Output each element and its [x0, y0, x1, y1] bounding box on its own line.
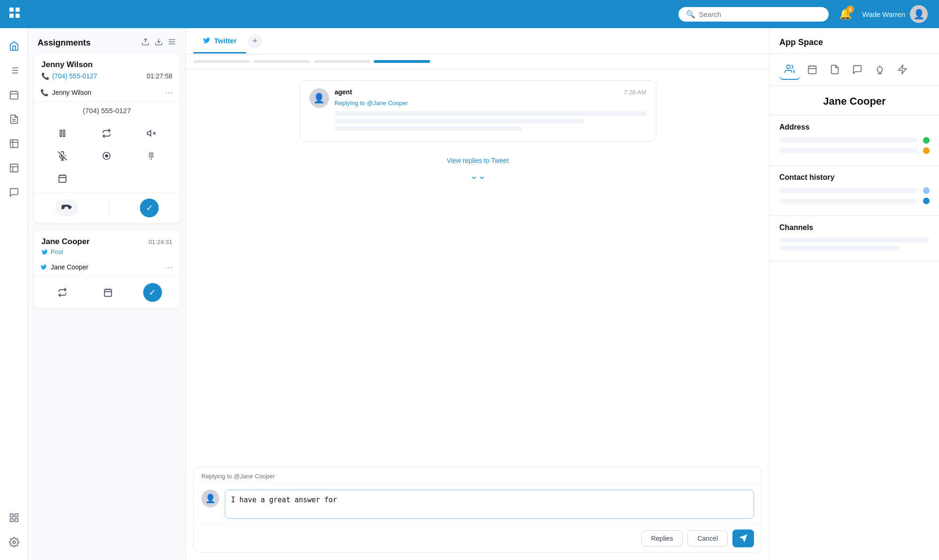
app-space-icon-documents[interactable] [824, 59, 845, 80]
jane-timer: 01:24:31 [148, 238, 172, 245]
replies-button[interactable]: Replies [641, 530, 683, 546]
search-input[interactable] [699, 10, 821, 18]
sidebar-item-reports[interactable] [4, 158, 24, 178]
segment-4 [374, 60, 430, 63]
app-space-icon-contacts[interactable] [779, 59, 800, 80]
send-button[interactable] [732, 529, 754, 547]
history-dot-2 [923, 198, 930, 204]
jenny-phone[interactable]: 📞 (704) 555-0127 [41, 72, 97, 80]
end-call-button[interactable] [55, 199, 78, 216]
dialpad-button[interactable] [130, 146, 172, 166]
search-bar[interactable]: 🔍 [678, 7, 829, 22]
schedule-button[interactable] [41, 168, 84, 189]
channels-bar-1 [779, 238, 930, 242]
notification-bell[interactable]: 🔔 2 [836, 5, 855, 23]
message-line-1 [335, 111, 647, 116]
top-header: 🔍 🔔 2 Wade Warren 👤 [0, 0, 939, 28]
svg-point-42 [152, 153, 154, 154]
jane-complete-button[interactable]: ✓ [143, 283, 162, 302]
jane-channel-label: Post [51, 248, 63, 255]
svg-point-45 [152, 154, 154, 156]
user-profile[interactable]: Wade Warren 👤 [862, 5, 928, 23]
app-space-icons [770, 54, 939, 86]
jenny-name: Jenny Wilson [41, 60, 172, 69]
svg-marker-32 [147, 130, 151, 136]
reply-box: Replying to @Jane Cooper 👤 I have a grea… [193, 467, 762, 552]
channels-title: Channels [779, 223, 930, 232]
svg-rect-2 [9, 14, 14, 18]
svg-rect-3 [15, 14, 20, 18]
channels-section: Channels [770, 216, 939, 261]
cancel-button[interactable]: Cancel [687, 530, 728, 546]
transfer-button[interactable] [85, 123, 128, 144]
sidebar-item-home[interactable] [4, 36, 24, 56]
address-bar-1 [779, 138, 917, 143]
mic-button[interactable] [41, 146, 84, 166]
svg-rect-22 [15, 519, 17, 522]
jane-more-icon[interactable]: ⋯ [165, 262, 173, 272]
address-dot-1 [923, 137, 930, 144]
svg-rect-0 [9, 8, 14, 12]
icon-sidebar [0, 28, 28, 560]
contact-history-section: Contact history [770, 166, 939, 216]
menu-icon[interactable] [168, 38, 176, 48]
app-space-icon-calendar[interactable] [802, 59, 823, 80]
apps-grid-icon[interactable] [9, 8, 20, 21]
jenny-number: (704) 555-0127 [34, 102, 180, 119]
main-chat-area: Twitter + 👤 agent 7:28 AM [186, 28, 770, 560]
segment-2 [254, 60, 310, 63]
phone-icon: 📞 [41, 72, 49, 80]
reply-input[interactable]: I have a great answer for [225, 490, 754, 519]
svg-point-40 [149, 153, 150, 154]
assignments-panel: Assignments [28, 28, 186, 560]
complete-button[interactable]: ✓ [140, 199, 159, 217]
jane-name: Jane Cooper [41, 237, 90, 246]
tab-twitter[interactable]: Twitter [193, 29, 246, 54]
address-dot-2 [923, 147, 930, 154]
svg-point-46 [149, 156, 150, 158]
chat-area: 👤 agent 7:28 AM Replying to @Jane Cooper [186, 69, 770, 467]
avatar: 👤 [910, 5, 928, 23]
jane-actions: ✓ [34, 276, 180, 308]
pause-button[interactable] [41, 123, 84, 144]
sidebar-item-documents[interactable] [4, 133, 24, 154]
mute-button[interactable] [130, 123, 172, 144]
svg-point-44 [151, 154, 152, 156]
view-replies-link[interactable]: View replies to Tweet [197, 151, 758, 170]
sidebar-item-calendar[interactable] [4, 84, 24, 105]
svg-rect-20 [10, 514, 13, 517]
svg-rect-10 [10, 92, 18, 100]
app-space-icon-lightbulb[interactable] [870, 59, 890, 80]
download-icon[interactable] [154, 38, 163, 48]
sidebar-item-list[interactable] [4, 60, 24, 81]
assignments-header: Assignments [28, 28, 185, 54]
chevron-double-icon: ⌄⌄ [197, 170, 758, 181]
svg-point-47 [151, 156, 152, 158]
upload-icon[interactable] [141, 38, 150, 48]
app-space-icon-chat[interactable] [847, 59, 868, 80]
username-label: Wade Warren [862, 10, 905, 18]
history-row-1 [779, 187, 930, 194]
svg-rect-30 [60, 130, 62, 136]
svg-rect-23 [10, 519, 13, 522]
app-space-icon-lightning[interactable] [892, 59, 913, 80]
reply-box-footer: Replies Cancel [194, 524, 762, 552]
svg-rect-19 [10, 164, 18, 172]
svg-point-49 [151, 158, 152, 160]
svg-point-24 [13, 541, 15, 544]
sidebar-item-notes[interactable] [4, 109, 24, 130]
add-tab-button[interactable]: + [248, 34, 262, 48]
jenny-more-icon[interactable]: ⋯ [165, 87, 173, 98]
history-row-2 [779, 198, 930, 204]
sidebar-item-settings[interactable] [4, 532, 24, 552]
sidebar-item-chat[interactable] [4, 182, 24, 203]
notification-badge: 2 [847, 6, 854, 13]
phone-sub-icon: 📞 [40, 89, 48, 96]
segment-3 [314, 60, 370, 63]
search-icon: 🔍 [686, 10, 695, 19]
record-button[interactable] [85, 146, 128, 166]
sidebar-item-integrations[interactable] [4, 507, 24, 528]
jane-transfer-button[interactable] [52, 282, 73, 303]
svg-point-48 [152, 156, 154, 158]
jane-schedule-button[interactable] [98, 282, 118, 303]
